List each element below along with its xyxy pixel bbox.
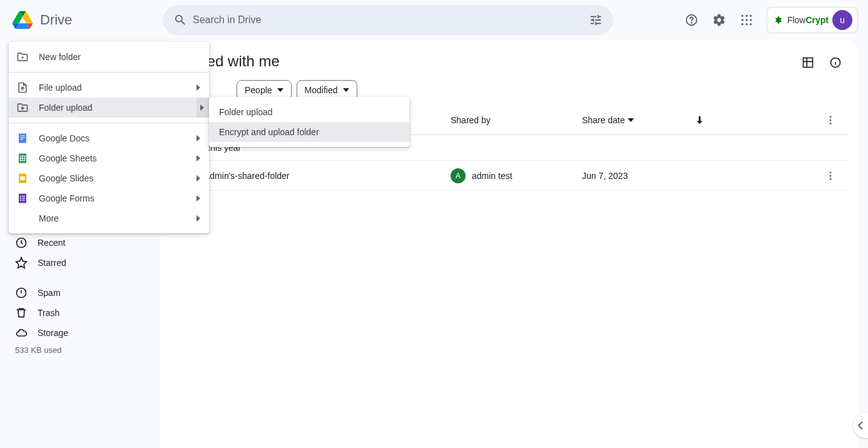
forms-icon — [16, 193, 29, 204]
menu-google-sheets[interactable]: Google Sheets — [9, 148, 209, 168]
row-name: Admin's-shared-folder — [204, 171, 290, 181]
settings-icon[interactable] — [707, 8, 732, 33]
chevron-right-icon — [197, 155, 202, 161]
submenu-folder-upload[interactable]: Folder upload — [209, 102, 409, 122]
svg-point-1 — [691, 23, 692, 23]
svg-point-20 — [830, 175, 832, 176]
svg-rect-24 — [20, 138, 25, 138]
svg-rect-13 — [804, 58, 813, 68]
svg-point-35 — [20, 198, 21, 199]
column-share-date[interactable]: Share date — [582, 115, 682, 125]
sidebar-item-spam[interactable]: Spam — [0, 283, 155, 303]
storage-used-text: 533 KB used — [0, 343, 160, 355]
sidebar-item-label: Starred — [38, 258, 66, 268]
new-folder-icon — [16, 51, 29, 63]
chevron-right-icon — [197, 175, 202, 181]
row-more-icon[interactable] — [818, 170, 843, 181]
caret-down-icon — [628, 118, 634, 122]
menu-folder-upload[interactable]: Folder upload — [9, 98, 209, 118]
slides-icon — [16, 173, 29, 184]
info-icon[interactable] — [823, 50, 848, 75]
chevron-right-icon — [197, 135, 202, 141]
sidebar-item-label: Trash — [38, 308, 59, 318]
column-shared-by[interactable]: Shared by — [451, 115, 582, 125]
account-avatar[interactable]: u — [832, 10, 852, 30]
svg-point-3 — [745, 15, 747, 17]
menu-file-upload[interactable]: File upload — [9, 78, 209, 98]
shared-by-avatar: A — [451, 168, 466, 183]
chevron-left-icon — [857, 422, 864, 429]
svg-point-4 — [750, 15, 752, 17]
search-icon[interactable] — [168, 8, 193, 33]
svg-rect-25 — [20, 140, 23, 140]
chevron-right-icon — [197, 98, 209, 118]
menu-new-folder[interactable]: New folder — [9, 47, 209, 67]
row-share-date: Jun 7, 2023 — [582, 171, 682, 181]
svg-rect-36 — [22, 198, 25, 198]
caret-down-icon — [277, 88, 283, 92]
search-bar[interactable] — [163, 5, 613, 35]
svg-point-6 — [745, 19, 747, 21]
sidebar-item-recent[interactable]: Recent — [0, 233, 155, 253]
svg-point-37 — [20, 200, 21, 201]
svg-point-33 — [20, 196, 21, 197]
svg-point-7 — [750, 19, 752, 21]
new-context-menu: New folder File upload Folder upload Goo… — [9, 42, 209, 233]
cloud-icon — [15, 327, 28, 339]
folder-upload-submenu: Folder upload Encrypt and upload folder — [209, 97, 409, 147]
svg-point-21 — [830, 178, 832, 180]
star-icon — [15, 257, 28, 269]
svg-point-17 — [830, 122, 832, 124]
menu-google-docs[interactable]: Google Docs — [9, 128, 209, 148]
table-row[interactable]: Admin's-shared-folder A admin test Jun 7… — [170, 161, 848, 191]
menu-google-slides[interactable]: Google Slides — [9, 168, 209, 188]
apps-icon[interactable] — [734, 8, 759, 33]
docs-icon — [16, 133, 29, 144]
menu-google-forms[interactable]: Google Forms — [9, 188, 209, 208]
svg-rect-34 — [22, 196, 25, 196]
file-upload-icon — [16, 81, 29, 94]
menu-more[interactable]: More — [9, 208, 209, 228]
header-more-icon[interactable] — [818, 115, 843, 126]
svg-point-15 — [830, 116, 832, 118]
chevron-right-icon — [197, 215, 202, 221]
svg-point-10 — [750, 23, 752, 25]
svg-rect-38 — [22, 200, 25, 200]
spam-icon — [15, 287, 28, 299]
drive-logo-icon — [10, 8, 35, 33]
search-input[interactable] — [193, 14, 583, 26]
folder-upload-icon — [16, 101, 29, 114]
svg-rect-31 — [20, 176, 25, 180]
support-icon[interactable] — [679, 8, 704, 33]
sidebar-item-starred[interactable]: Starred — [0, 253, 155, 273]
svg-point-5 — [742, 19, 743, 21]
sidebar-item-storage[interactable]: Storage — [0, 323, 155, 343]
sort-direction-icon[interactable] — [682, 115, 717, 126]
caret-down-icon — [343, 88, 349, 92]
sidebar-item-label: Spam — [38, 288, 61, 298]
svg-rect-23 — [20, 136, 25, 136]
layout-toggle-icon[interactable] — [795, 50, 820, 75]
sheets-icon — [16, 153, 29, 164]
shared-by-name: admin test — [472, 171, 513, 181]
svg-point-8 — [742, 23, 743, 25]
sidebar-item-trash[interactable]: Trash — [0, 303, 155, 323]
page-title: Shared with me — [170, 50, 848, 75]
svg-point-2 — [742, 15, 743, 17]
svg-point-9 — [745, 23, 747, 25]
submenu-encrypt-upload[interactable]: Encrypt and upload folder — [209, 122, 409, 142]
product-name: Drive — [40, 12, 72, 28]
clock-icon — [15, 237, 28, 249]
svg-point-16 — [830, 119, 832, 121]
search-options-icon[interactable] — [583, 8, 608, 33]
sidebar-item-label: Storage — [38, 328, 68, 338]
header: Drive FlowCrypt u — [0, 0, 868, 40]
logo-area[interactable]: Drive — [10, 8, 158, 33]
flowcrypt-badge[interactable]: FlowCrypt u — [767, 7, 858, 33]
svg-point-19 — [830, 171, 832, 173]
trash-icon — [15, 307, 28, 319]
flowcrypt-icon — [774, 15, 784, 25]
header-actions: FlowCrypt u — [679, 7, 858, 33]
svg-rect-22 — [19, 134, 26, 143]
flowcrypt-label: FlowCrypt — [787, 15, 829, 25]
